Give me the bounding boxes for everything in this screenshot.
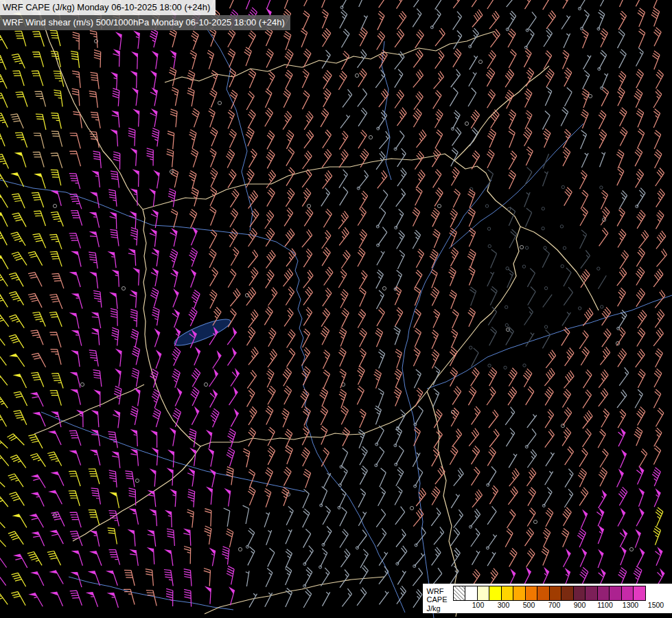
legend-tick-label: 700: [542, 601, 567, 610]
legend-tick-label: 300: [491, 601, 516, 610]
station-circle: [218, 101, 221, 104]
legend-title-line-2: CAPE: [427, 595, 448, 604]
station-circle: [80, 382, 84, 386]
country-border: [38, 5, 143, 209]
river: [0, 180, 405, 613]
legend-title-line-1: WRF: [427, 587, 448, 596]
country-border: [34, 385, 144, 434]
station-circle: [533, 520, 537, 523]
legend-color-cell: [537, 586, 550, 601]
rivers-layer: [0, 27, 672, 618]
weather-map-screen: WRF CAPE (J/kg) Monday 06-10-2025 18:00 …: [0, 0, 672, 618]
lake-balaton: [172, 314, 233, 350]
station-circle: [121, 286, 125, 290]
legend-tick-label: 900: [567, 601, 592, 610]
legend-title: WRF CAPE J/kg: [427, 586, 448, 613]
legend-color-cell: [501, 586, 514, 601]
wind-barbs-layer: [0, 0, 667, 608]
legend-tick-label: 100: [465, 601, 491, 610]
station-circle: [307, 204, 310, 207]
legend-colorbar-wrap: 100300500700900110013001500: [453, 586, 669, 610]
legend-color-cell: [513, 586, 526, 601]
legend-color-cell: [525, 586, 538, 601]
legend-color-cell: [585, 586, 598, 601]
station-circle: [204, 382, 207, 386]
legend-color-cell: [621, 586, 634, 601]
country-border: [143, 154, 520, 446]
weather-map-canvas: [0, 0, 672, 618]
legend-color-cell: [453, 586, 466, 601]
legend-tick-label: 500: [516, 601, 542, 610]
country-border: [73, 446, 200, 541]
station-circle: [520, 245, 523, 249]
legend-tick-label: 1300: [618, 601, 643, 610]
station-circle: [382, 286, 386, 290]
legend-color-cell: [561, 586, 574, 601]
station-circle: [135, 479, 139, 482]
legend-tick-label: 1500: [643, 601, 669, 610]
legend-color-cell: [609, 586, 622, 601]
station-circle: [437, 204, 441, 207]
station-circle: [478, 60, 482, 63]
legend-title-line-3: J/kg: [427, 604, 448, 613]
station-circle: [410, 506, 413, 510]
title-wind-shear: WRF Wind shear (m/s) 500/1000hPa Monday …: [0, 15, 290, 30]
map-title-block: WRF CAPE (J/kg) Monday 06-10-2025 18:00 …: [0, 0, 290, 30]
country-border: [454, 66, 549, 161]
legend-colorbar: [453, 586, 669, 601]
legend-color-cell: [573, 586, 586, 601]
legend-color-cell: [549, 586, 562, 601]
title-cape: WRF CAPE (J/kg) Monday 06-10-2025 18:00 …: [0, 0, 216, 15]
stations-layer: [53, 39, 633, 551]
cape-legend: WRF CAPE J/kg 10030050070090011001300150…: [423, 584, 672, 614]
station-circle: [629, 547, 633, 551]
legend-tick-label: 1100: [592, 601, 618, 610]
legend-tick-labels: 100300500700900110013001500: [453, 601, 669, 610]
station-circle: [465, 122, 468, 125]
station-circle: [355, 73, 358, 77]
legend-color-cell: [489, 586, 502, 601]
station-circle: [369, 135, 372, 139]
station-circle: [588, 94, 592, 98]
station-circle: [238, 547, 242, 551]
legend-color-cell: [633, 586, 646, 601]
legend-color-cell: [477, 586, 490, 601]
legend-color-cell: [465, 586, 478, 601]
legend-color-cell: [597, 586, 610, 601]
river: [449, 124, 583, 249]
station-circle: [53, 204, 56, 207]
station-circle: [561, 424, 564, 427]
